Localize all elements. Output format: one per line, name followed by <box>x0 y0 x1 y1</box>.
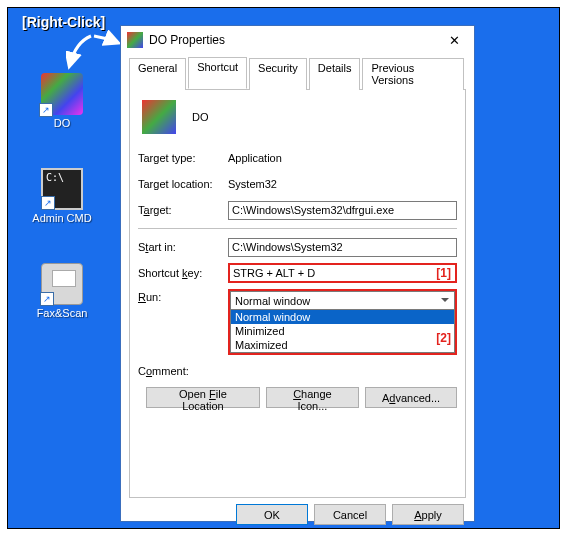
window-title: DO Properties <box>149 33 434 47</box>
titlebar[interactable]: DO Properties ✕ <box>121 26 474 54</box>
target-input[interactable] <box>228 201 457 220</box>
shortcut-icon: ↗ <box>41 73 83 115</box>
run-label: Run: <box>138 289 228 303</box>
tab-previous-versions[interactable]: Previous Versions <box>362 58 464 90</box>
apply-button[interactable]: Apply <box>392 504 464 525</box>
shortcut-key-label: Shortcut key: <box>138 267 228 279</box>
target-location-value: System32 <box>228 178 277 190</box>
comment-label: Comment: <box>138 365 228 377</box>
start-in-label: Start in: <box>138 241 228 253</box>
run-option-normal[interactable]: Normal window <box>231 310 454 324</box>
cancel-button[interactable]: Cancel <box>314 504 386 525</box>
tab-details[interactable]: Details <box>309 58 361 90</box>
change-icon-button[interactable]: Change Icon... <box>266 387 359 408</box>
shortcut-overlay-icon: ↗ <box>40 292 54 306</box>
start-in-input[interactable] <box>228 238 457 257</box>
shortcut-overlay-icon: ↗ <box>39 103 53 117</box>
tab-general[interactable]: General <box>129 58 186 90</box>
run-option-minimized[interactable]: Minimized <box>231 324 454 338</box>
ok-button[interactable]: OK <box>236 504 308 525</box>
tab-shortcut[interactable]: Shortcut <box>188 57 247 89</box>
tab-strip: General Shortcut Security Details Previo… <box>129 57 466 90</box>
desktop-icon-label: DO <box>32 117 92 129</box>
shortcut-key-input[interactable]: STRG + ALT + D [1] <box>228 263 457 283</box>
shortcut-large-icon <box>142 100 176 134</box>
separator <box>138 228 457 229</box>
desktop-background: [Right-Click] ↗ DO ↗ Admin CMD ↗ Fax&Sca… <box>7 7 560 529</box>
dialog-footer: OK Cancel Apply <box>121 498 474 525</box>
annotation-1: [1] <box>436 266 451 280</box>
rightclick-annotation: [Right-Click] <box>22 14 105 30</box>
tab-security[interactable]: Security <box>249 58 307 90</box>
run-option-maximized[interactable]: Maximized <box>231 338 454 352</box>
desktop-icon-fax-scan[interactable]: ↗ Fax&Scan <box>32 263 92 319</box>
open-file-location-button[interactable]: Open File Location <box>146 387 260 408</box>
target-type-value: Application <box>228 152 282 164</box>
fax-icon: ↗ <box>41 263 83 305</box>
target-location-label: Target location: <box>138 178 228 190</box>
desktop-icon-label: Admin CMD <box>32 212 92 224</box>
desktop-icon-admin-cmd[interactable]: ↗ Admin CMD <box>32 168 92 224</box>
target-label: Target: <box>138 204 228 216</box>
shortcut-pane: DO Target type: Application Target locat… <box>129 90 466 498</box>
app-icon <box>127 32 143 48</box>
advanced-button[interactable]: Advanced... <box>365 387 457 408</box>
run-selected[interactable]: Normal window <box>230 291 455 310</box>
target-type-label: Target type: <box>138 152 228 164</box>
run-dropdown-list: Normal window Minimized Maximized <box>230 310 455 353</box>
run-dropdown[interactable]: Normal window Normal window Minimized Ma… <box>228 289 457 355</box>
properties-window: DO Properties ✕ General Shortcut Securit… <box>120 25 475 522</box>
annotation-2: [2] <box>436 331 451 345</box>
shortcut-overlay-icon: ↗ <box>41 196 55 210</box>
desktop-icon-do[interactable]: ↗ DO <box>32 73 92 129</box>
shortcut-name: DO <box>192 111 209 123</box>
cmd-icon: ↗ <box>41 168 83 210</box>
desktop-icon-label: Fax&Scan <box>32 307 92 319</box>
close-button[interactable]: ✕ <box>434 27 474 53</box>
